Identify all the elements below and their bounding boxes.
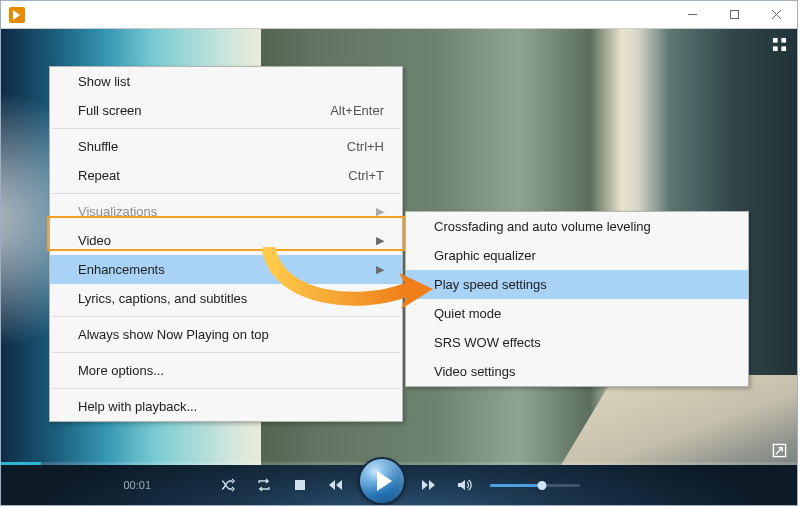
chevron-right-icon: ▶ <box>376 292 384 305</box>
player-controls: 00:01 <box>1 465 797 505</box>
menu-label: Crossfading and auto volume leveling <box>434 219 651 234</box>
menu-always-on-top[interactable]: Always show Now Playing on top <box>50 320 402 349</box>
minimize-button[interactable] <box>671 1 713 28</box>
next-button[interactable] <box>413 470 443 500</box>
menu-label: Video <box>78 233 111 248</box>
app-icon <box>9 7 25 23</box>
menu-label: Full screen <box>78 103 142 118</box>
chevron-right-icon: ▶ <box>376 263 384 276</box>
menu-visualizations: Visualizations▶ <box>50 197 402 226</box>
menu-label: Visualizations <box>78 204 157 219</box>
menu-show-list[interactable]: Show list <box>50 67 402 96</box>
svg-rect-6 <box>295 480 305 490</box>
menu-label: Enhancements <box>78 262 165 277</box>
svg-rect-3 <box>773 46 778 51</box>
stop-button[interactable] <box>285 470 315 500</box>
chevron-right-icon: ▶ <box>376 234 384 247</box>
enhancements-submenu: Crossfading and auto volume leveling Gra… <box>405 211 749 387</box>
play-button[interactable] <box>360 459 404 503</box>
menu-label: Repeat <box>78 168 120 183</box>
menu-video[interactable]: Video▶ <box>50 226 402 255</box>
svg-rect-4 <box>781 46 786 51</box>
menu-label: Always show Now Playing on top <box>78 327 269 342</box>
menu-label: Graphic equalizer <box>434 248 536 263</box>
svg-rect-1 <box>773 38 778 43</box>
fullscreen-icon[interactable] <box>772 443 787 461</box>
previous-button[interactable] <box>321 470 351 500</box>
menu-label: Quiet mode <box>434 306 501 321</box>
view-library-icon[interactable] <box>772 37 787 55</box>
app-window: 00:01 Show list Full screenAlt+Enter Shu… <box>0 0 798 506</box>
titlebar <box>1 1 797 29</box>
menu-label: More options... <box>78 363 164 378</box>
menu-shortcut: Ctrl+H <box>347 139 384 154</box>
menu-separator <box>52 316 400 317</box>
menu-label: Video settings <box>434 364 515 379</box>
menu-repeat[interactable]: RepeatCtrl+T <box>50 161 402 190</box>
menu-separator <box>52 352 400 353</box>
submenu-quiet-mode[interactable]: Quiet mode <box>406 299 748 328</box>
chevron-right-icon: ▶ <box>376 205 384 218</box>
menu-label: Lyrics, captions, and subtitles <box>78 291 247 306</box>
mute-button[interactable] <box>449 470 479 500</box>
menu-more-options[interactable]: More options... <box>50 356 402 385</box>
submenu-srs-wow[interactable]: SRS WOW effects <box>406 328 748 357</box>
menu-label: Help with playback... <box>78 399 197 414</box>
volume-slider[interactable] <box>490 484 580 487</box>
shuffle-button[interactable] <box>213 470 243 500</box>
menu-separator <box>52 193 400 194</box>
menu-label: Shuffle <box>78 139 118 154</box>
maximize-button[interactable] <box>713 1 755 28</box>
menu-shortcut: Ctrl+T <box>348 168 384 183</box>
menu-label: Play speed settings <box>434 277 547 292</box>
menu-full-screen[interactable]: Full screenAlt+Enter <box>50 96 402 125</box>
menu-separator <box>52 388 400 389</box>
menu-help-playback[interactable]: Help with playback... <box>50 392 402 421</box>
submenu-play-speed[interactable]: Play speed settings <box>406 270 748 299</box>
close-button[interactable] <box>755 1 797 28</box>
menu-label: Show list <box>78 74 130 89</box>
repeat-button[interactable] <box>249 470 279 500</box>
volume-fill <box>490 484 542 487</box>
menu-shortcut: Alt+Enter <box>330 103 384 118</box>
menu-lyrics[interactable]: Lyrics, captions, and subtitles▶ <box>50 284 402 313</box>
submenu-video-settings[interactable]: Video settings <box>406 357 748 386</box>
menu-label: SRS WOW effects <box>434 335 541 350</box>
submenu-graphic-equalizer[interactable]: Graphic equalizer <box>406 241 748 270</box>
elapsed-time: 00:01 <box>1 479 151 491</box>
submenu-crossfading[interactable]: Crossfading and auto volume leveling <box>406 212 748 241</box>
svg-rect-2 <box>781 38 786 43</box>
svg-rect-0 <box>730 11 738 19</box>
menu-separator <box>52 128 400 129</box>
context-menu: Show list Full screenAlt+Enter ShuffleCt… <box>49 66 403 422</box>
volume-thumb[interactable] <box>538 481 547 490</box>
menu-shuffle[interactable]: ShuffleCtrl+H <box>50 132 402 161</box>
menu-enhancements[interactable]: Enhancements▶ <box>50 255 402 284</box>
